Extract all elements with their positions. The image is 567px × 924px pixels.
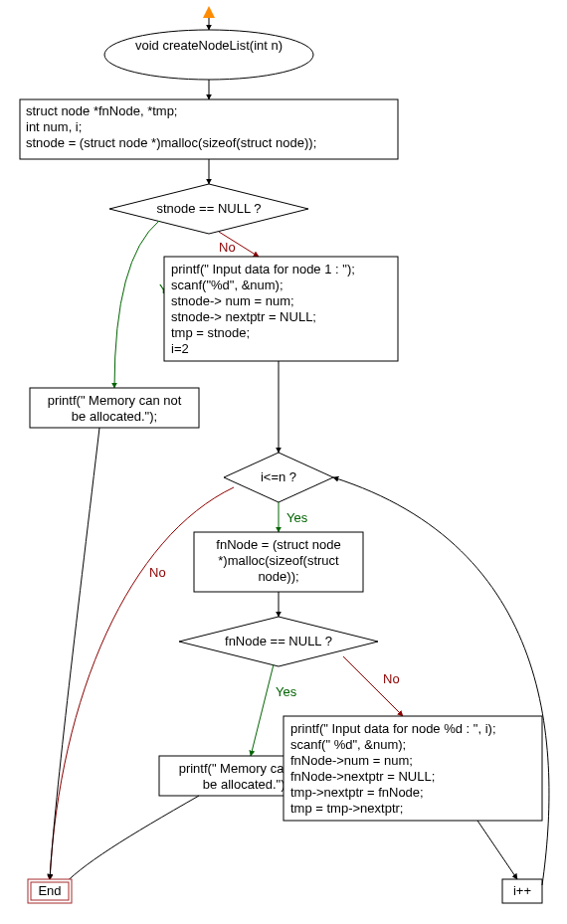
- cond2-no-label: No: [149, 565, 166, 580]
- cond-stnode-null: stnode == NULL ?: [109, 184, 308, 234]
- end-node: End: [28, 879, 72, 903]
- alloc-block: fnNode = (struct node *)malloc(sizeof(st…: [194, 532, 363, 592]
- svg-text:*)malloc(sizeof(struct: *)malloc(sizeof(struct: [218, 553, 339, 568]
- svg-text:printf(" Input data for node %: printf(" Input data for node %d : ", i);: [290, 721, 496, 736]
- cond-loop: i<=n ?: [224, 453, 333, 502]
- svg-text:fnNode->num = num;: fnNode->num = num;: [290, 753, 413, 768]
- cond3-no-label: No: [383, 671, 400, 686]
- svg-text:printf(" Input data for node 1: printf(" Input data for node 1 : ");: [171, 262, 355, 277]
- svg-text:fnNode == NULL ?: fnNode == NULL ?: [225, 634, 332, 648]
- svg-text:stnode == NULL ?: stnode == NULL ?: [156, 201, 261, 216]
- decl-block: struct node *fnNode, *tmp; int num, i; s…: [20, 99, 398, 159]
- svg-text:fnNode->nextptr = NULL;: fnNode->nextptr = NULL;: [290, 769, 435, 784]
- svg-text:i=2: i=2: [171, 341, 189, 356]
- increment-block: i++: [502, 879, 542, 903]
- svg-text:scanf(" %d", &num);: scanf(" %d", &num);: [290, 737, 406, 752]
- svg-text:i<=n ?: i<=n ?: [261, 469, 296, 484]
- svg-text:tmp = tmp->nextptr;: tmp = tmp->nextptr;: [290, 801, 403, 816]
- cond3-yes-label: Yes: [276, 684, 297, 699]
- svg-text:End: End: [38, 883, 61, 898]
- svg-text:i++: i++: [513, 883, 531, 898]
- svg-text:stnode = (struct node *)malloc: stnode = (struct node *)malloc(sizeof(st…: [26, 135, 316, 150]
- svg-text:printf(" Memory can not: printf(" Memory can not: [48, 393, 182, 408]
- svg-text:struct node *fnNode, *tmp;: struct node *fnNode, *tmp;: [26, 103, 177, 118]
- svg-text:scanf("%d", &num);: scanf("%d", &num);: [171, 277, 284, 292]
- mem-fail-1: printf(" Memory can not be allocated.");: [30, 388, 199, 428]
- cond-fnnode-null: fnNode == NULL ?: [179, 617, 378, 666]
- svg-text:fnNode = (struct node: fnNode = (struct node: [216, 537, 340, 552]
- svg-text:int num, i;: int num, i;: [26, 119, 82, 134]
- svg-text:tmp = stnode;: tmp = stnode;: [171, 325, 250, 340]
- svg-text:stnode-> num = num;: stnode-> num = num;: [171, 293, 294, 308]
- start-label: void createNodeList(int n): [135, 38, 283, 53]
- svg-text:stnode-> nextptr = NULL;: stnode-> nextptr = NULL;: [171, 309, 316, 324]
- svg-text:be allocated.");: be allocated.");: [72, 409, 157, 424]
- cond1-no-label: No: [219, 240, 236, 255]
- start-marker: [203, 6, 215, 30]
- init-block: printf(" Input data for node 1 : "); sca…: [164, 257, 398, 361]
- svg-text:tmp->nextptr = fnNode;: tmp->nextptr = fnNode;: [290, 785, 424, 800]
- start-node: void createNodeList(int n): [104, 30, 313, 80]
- loop-body: printf(" Input data for node %d : ", i);…: [284, 716, 542, 821]
- cond2-yes-label: Yes: [286, 510, 308, 525]
- svg-text:be allocated.");: be allocated.");: [203, 777, 288, 792]
- svg-text:node));: node));: [258, 569, 298, 584]
